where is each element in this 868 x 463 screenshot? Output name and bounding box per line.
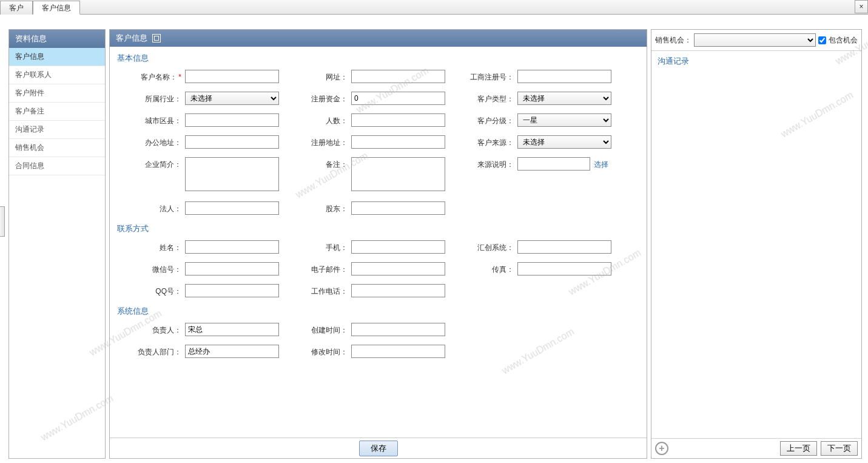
input-tel[interactable] [351, 284, 445, 297]
right-footer: + 上一页 下一页 [651, 438, 861, 458]
center-pane: 客户信息 基本信息 客户名称：* 网址： 工商注册号： 所属行业： 未选择 注册… [109, 29, 647, 459]
section-basic-title: 基本信息 [117, 53, 639, 64]
tab-customer[interactable]: 客户 [0, 1, 33, 15]
input-sys[interactable] [517, 240, 611, 254]
lbl-owner: 负责人： [117, 323, 184, 336]
lbl-cname: 姓名： [117, 240, 184, 253]
lbl-legal: 法人： [117, 201, 184, 214]
input-owner[interactable] [185, 323, 279, 336]
textarea-remark[interactable] [351, 157, 445, 191]
lbl-regno: 工商注册号： [449, 70, 516, 83]
sidebar-header: 资料信息 [9, 30, 105, 48]
center-title: 客户信息 [116, 33, 147, 44]
input-srcnote[interactable] [517, 157, 590, 171]
lbl-intro: 企业简介： [117, 157, 184, 170]
center-header: 客户信息 [110, 30, 647, 47]
input-addr[interactable] [185, 135, 279, 149]
input-regcap[interactable] [351, 92, 445, 105]
input-cname[interactable] [185, 240, 279, 254]
select-ctype[interactable]: 未选择 [517, 92, 611, 105]
lbl-regaddr: 注册地址： [283, 135, 350, 148]
main-wrap: 资料信息 客户信息 客户联系人 客户附件 客户备注 沟通记录 销售机会 合同信息… [0, 15, 868, 462]
input-email[interactable] [351, 262, 445, 275]
select-industry[interactable]: 未选择 [185, 92, 279, 105]
section-contact-title: 联系方式 [117, 223, 639, 234]
checkbox-include-opp[interactable] [818, 36, 826, 44]
lbl-url: 网址： [283, 70, 350, 83]
right-top: 销售机会： 包含机会 [651, 30, 861, 51]
lbl-addr: 办公地址： [117, 135, 184, 148]
input-customer-name[interactable] [185, 70, 279, 83]
select-sale-opp[interactable] [694, 33, 816, 47]
input-mtime[interactable] [351, 345, 445, 358]
lbl-fax: 传真： [449, 262, 516, 275]
input-dept[interactable] [185, 345, 279, 358]
input-url[interactable] [351, 70, 445, 83]
grid-basic: 客户名称：* 网址： 工商注册号： 所属行业： 未选择 注册资金： 客户类型： … [117, 70, 639, 215]
sidebar-item-contracts[interactable]: 合同信息 [9, 157, 105, 175]
lbl-qq: QQ号： [117, 284, 184, 297]
input-city[interactable] [185, 113, 279, 127]
sidebar-item-contacts[interactable]: 客户联系人 [9, 66, 105, 84]
lbl-include-opp: 包含机会 [829, 35, 858, 46]
input-fax[interactable] [517, 262, 611, 275]
select-source[interactable]: 未选择 [517, 135, 611, 149]
right-pane: 销售机会： 包含机会 沟通记录 + 上一页 下一页 [651, 29, 862, 459]
save-button[interactable]: 保存 [359, 441, 398, 456]
sidebar-item-comm-log[interactable]: 沟通记录 [9, 121, 105, 139]
sidebar-item-remarks[interactable]: 客户备注 [9, 103, 105, 121]
lbl-sale-opp: 销售机会： [655, 35, 691, 46]
right-log-title: 沟通记录 [651, 51, 861, 70]
tabs-bar: 客户 客户信息 × [0, 0, 868, 15]
lbl-city: 城市区县： [117, 113, 184, 126]
input-regno[interactable] [517, 70, 611, 83]
section-system-title: 系统信息 [117, 306, 639, 317]
lbl-mobile: 手机： [283, 240, 350, 253]
input-ctime[interactable] [351, 323, 445, 336]
grid-system: 负责人： 创建时间： 负责人部门： 修改时间： [117, 323, 639, 358]
sidebar-item-attachments[interactable]: 客户附件 [9, 84, 105, 103]
input-regaddr[interactable] [351, 135, 445, 149]
select-grade[interactable]: 一星 [517, 113, 611, 127]
lbl-dept: 负责人部门： [117, 345, 184, 357]
form-scroll: 基本信息 客户名称：* 网址： 工商注册号： 所属行业： 未选择 注册资金： 客… [110, 47, 647, 458]
sidebar-item-sales-opp[interactable]: 销售机会 [9, 139, 105, 157]
lbl-ctime: 创建时间： [283, 323, 350, 336]
link-srcnote-choose[interactable]: 选择 [594, 157, 608, 170]
lbl-ctype: 客户类型： [449, 92, 516, 104]
bottom-bar: 保存 [110, 438, 647, 458]
sidebar: 资料信息 客户信息 客户联系人 客户附件 客户备注 沟通记录 销售机会 合同信息 [8, 29, 106, 459]
lbl-industry: 所属行业： [117, 92, 184, 104]
input-holder[interactable] [351, 201, 445, 215]
input-mobile[interactable] [351, 240, 445, 254]
input-qq[interactable] [185, 284, 279, 297]
lbl-grade: 客户分级： [449, 113, 516, 126]
lbl-wechat: 微信号： [117, 262, 184, 275]
lbl-regcap: 注册资金： [283, 92, 350, 104]
lbl-remark: 备注： [283, 157, 350, 170]
lbl-email: 电子邮件： [283, 262, 350, 275]
input-count[interactable] [351, 113, 445, 127]
lbl-count: 人数： [283, 113, 350, 126]
textarea-intro[interactable] [185, 157, 279, 191]
tab-customer-info[interactable]: 客户信息 [33, 1, 80, 15]
lbl-holder: 股东： [283, 201, 350, 214]
right-log-body [651, 70, 861, 438]
left-expand-handle[interactable] [0, 206, 5, 237]
lbl-mtime: 修改时间： [283, 345, 350, 357]
input-legal[interactable] [185, 201, 279, 215]
add-icon[interactable]: + [655, 442, 668, 455]
lbl-source: 客户来源： [449, 135, 516, 148]
fullscreen-icon[interactable] [152, 34, 161, 42]
lbl-srcnote: 来源说明： [449, 157, 516, 170]
input-wechat[interactable] [185, 262, 279, 275]
lbl-tel: 工作电话： [283, 284, 350, 297]
lbl-customer-name: 客户名称：* [117, 70, 184, 83]
sidebar-item-customer-info[interactable]: 客户信息 [9, 48, 105, 66]
tab-close-button[interactable]: × [855, 0, 868, 13]
next-page-button[interactable]: 下一页 [821, 441, 858, 456]
prev-page-button[interactable]: 上一页 [780, 441, 817, 456]
grid-contact: 姓名： 手机： 汇创系统： 微信号： 电子邮件： 传真： QQ号： 工作电话： [117, 240, 639, 297]
lbl-sys: 汇创系统： [449, 240, 516, 253]
